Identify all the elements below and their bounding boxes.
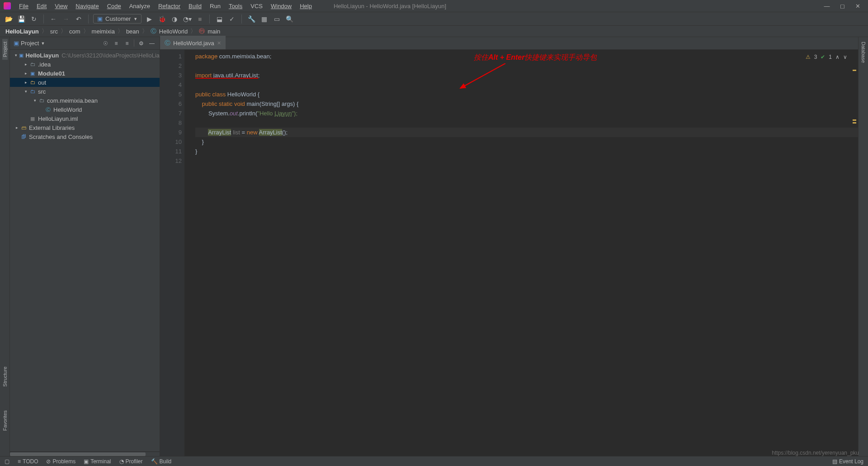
- project-h-scroll[interactable]: [10, 452, 160, 456]
- title-bar: File Edit View Navigate Code Analyze Ref…: [0, 0, 868, 12]
- menu-run[interactable]: Run: [206, 1, 224, 11]
- forward-icon[interactable]: →: [61, 14, 71, 24]
- git-commit-icon[interactable]: ✓: [227, 14, 237, 24]
- main-area: Project Structure Favorites ▣ Project ▼ …: [0, 37, 868, 456]
- collapse-icon[interactable]: ≡: [123, 39, 131, 48]
- chevron-up-icon[interactable]: ∧: [835, 52, 840, 62]
- window-title: HelloLiayun - HelloWorld.java [HelloLiay…: [316, 3, 824, 10]
- tab-database[interactable]: Database: [861, 39, 866, 66]
- crumb-class[interactable]: HelloWorld: [159, 28, 188, 35]
- menu-build[interactable]: Build: [185, 1, 205, 11]
- code-editor[interactable]: 1 2 3 4 5 6 7 8 9 10 11 12 package com.m…: [160, 50, 858, 456]
- crumb-src[interactable]: src: [50, 28, 58, 35]
- menu-vcs[interactable]: VCS: [247, 1, 266, 11]
- run-icon[interactable]: ▶: [144, 14, 154, 24]
- profile-icon[interactable]: ◔▾: [182, 14, 192, 24]
- tree-node-idea[interactable]: ▸🗀.idea: [10, 60, 160, 69]
- code-content[interactable]: package com.meimixia.bean; import java.u…: [184, 50, 858, 456]
- separator: [209, 14, 210, 24]
- menu-tools[interactable]: Tools: [225, 1, 246, 11]
- run-config-dropdown[interactable]: ▣ Customer ▼: [93, 14, 142, 24]
- warning-icon: ⚠: [806, 52, 811, 62]
- crumb-com[interactable]: com: [69, 28, 80, 35]
- menu-file[interactable]: File: [15, 1, 32, 11]
- chevron-down-icon: ▼: [133, 17, 137, 21]
- tree-node-iml[interactable]: ▦HelloLiayun.iml: [10, 114, 160, 123]
- coverage-icon[interactable]: ◑: [170, 14, 179, 24]
- inspection-widget[interactable]: ⚠3 ✔1 ∧ ∨: [806, 52, 847, 62]
- tab-structure[interactable]: Structure: [2, 364, 8, 390]
- project-panel: ▣ Project ▼ ☉ ≡ ≡ ⚙ — ▾▣ HelloLiayun C:\…: [10, 37, 160, 456]
- menu-code[interactable]: Code: [104, 1, 125, 11]
- separator: [43, 14, 44, 24]
- tab-favorites[interactable]: Favorites: [2, 408, 8, 433]
- gear-icon[interactable]: ⚙: [137, 39, 145, 48]
- status-terminal[interactable]: ▣Terminal: [84, 458, 111, 465]
- tab-project[interactable]: Project: [2, 39, 8, 60]
- tab-label: HelloWorld.java: [173, 40, 214, 47]
- menu-refactor[interactable]: Refactor: [155, 1, 184, 11]
- search-icon[interactable]: 🔍: [284, 14, 294, 24]
- menu-navigate[interactable]: Navigate: [72, 1, 102, 11]
- tree-node-class[interactable]: ⒸHelloWorld: [10, 105, 160, 114]
- undo-arrow-icon[interactable]: ↶: [74, 14, 84, 24]
- tree-node-module01[interactable]: ▸▣Module01: [10, 69, 160, 78]
- crumb-method[interactable]: main: [208, 28, 220, 35]
- tree-node-src[interactable]: ▾🗀src: [10, 87, 160, 96]
- close-button[interactable]: ✕: [854, 3, 861, 10]
- minimize-button[interactable]: —: [824, 3, 830, 10]
- right-tool-strip: Database: [858, 37, 868, 456]
- error-stripe[interactable]: [850, 52, 856, 454]
- save-icon[interactable]: 💾: [16, 14, 26, 24]
- menu-analyze[interactable]: Analyze: [126, 1, 154, 11]
- menu-window[interactable]: Window: [267, 1, 295, 11]
- status-problems[interactable]: ⊘Problems: [46, 458, 75, 465]
- project-tree: ▾▣ HelloLiayun C:\Users\32120\IdeaProjec…: [10, 50, 160, 452]
- menu-help[interactable]: Help: [296, 1, 316, 11]
- main-menu: File Edit View Navigate Code Analyze Ref…: [15, 1, 316, 11]
- project-structure-icon[interactable]: ▦: [259, 14, 269, 24]
- menu-view[interactable]: View: [51, 1, 71, 11]
- status-eventlog[interactable]: ▤Event Log: [832, 458, 863, 465]
- wrench-icon[interactable]: 🔧: [246, 14, 256, 24]
- window-controls: — ◻ ✕: [824, 3, 864, 10]
- back-icon[interactable]: ←: [48, 14, 58, 24]
- chevron-down-icon[interactable]: ∨: [843, 52, 847, 62]
- sync-icon[interactable]: ↻: [29, 14, 39, 24]
- tree-node-out[interactable]: ▸🗀out: [10, 78, 160, 87]
- crumb-pkg[interactable]: meimixia: [92, 28, 115, 35]
- tree-node-package[interactable]: ▾🗀com.meimixia.bean: [10, 96, 160, 105]
- tree-root[interactable]: ▾▣ HelloLiayun C:\Users\32120\IdeaProjec…: [10, 51, 160, 60]
- editor-tab-helloworld[interactable]: Ⓒ HelloWorld.java ✕: [160, 36, 226, 49]
- presentation-icon[interactable]: ▭: [272, 14, 282, 24]
- close-tab-icon[interactable]: ✕: [217, 40, 221, 46]
- separator: [88, 14, 89, 24]
- status-profiler[interactable]: ◔Profiler: [119, 458, 143, 465]
- stop-icon[interactable]: ■: [195, 14, 205, 24]
- ok-count: 1: [829, 52, 832, 62]
- status-todo[interactable]: ≡TODO: [18, 458, 38, 465]
- crumb-project[interactable]: HelloLiayun: [5, 28, 39, 35]
- warning-count: 3: [814, 52, 817, 62]
- module-icon: ▣: [97, 15, 103, 22]
- project-icon: ▣: [14, 40, 19, 47]
- target-icon[interactable]: ☉: [101, 39, 109, 48]
- debug-icon[interactable]: 🐞: [157, 14, 167, 24]
- run-config-label: Customer: [105, 15, 131, 22]
- annotation-text: 按住Alt + Enter快捷键来实现手动导包: [474, 52, 597, 62]
- tree-scratches[interactable]: 🗐Scratches and Consoles: [10, 132, 160, 141]
- tree-external-libs[interactable]: ▸🗃External Libraries: [10, 123, 160, 132]
- toolwin-toggle-icon[interactable]: ▢: [5, 458, 9, 465]
- menu-edit[interactable]: Edit: [33, 1, 50, 11]
- open-icon[interactable]: 📂: [4, 14, 14, 24]
- tree-root-path: C:\Users\32120\IdeaProjects\HelloLia: [59, 52, 160, 59]
- minimize-panel-icon[interactable]: —: [148, 39, 156, 48]
- watermark: https://blog.csdn.net/yerenyuan_pku: [772, 450, 859, 456]
- chevron-down-icon[interactable]: ▼: [41, 41, 45, 46]
- git-update-icon[interactable]: ⬓: [214, 14, 224, 24]
- expand-icon[interactable]: ≡: [112, 39, 120, 48]
- status-build[interactable]: 🔨Build: [151, 458, 172, 465]
- maximize-button[interactable]: ◻: [839, 3, 845, 10]
- crumb-bean[interactable]: bean: [126, 28, 139, 35]
- java-file-icon: Ⓒ: [165, 39, 170, 47]
